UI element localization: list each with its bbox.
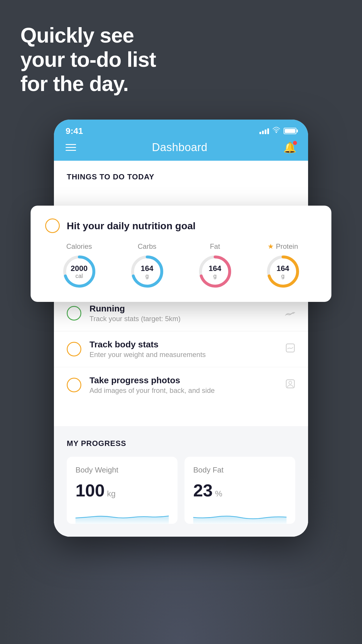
photos-title: Take progress photos [89, 375, 285, 385]
body-fat-card[interactable]: Body Fat 23 % [184, 457, 295, 524]
list-item[interactable]: Take progress photos Add images of your … [54, 367, 308, 403]
signal-bar-2 [262, 131, 264, 134]
body-fat-value-row: 23 % [193, 480, 287, 501]
running-text: Running Track your stats (target: 5km) [89, 304, 285, 323]
status-icons [259, 127, 296, 135]
hero-line3: for the day. [20, 72, 156, 96]
photos-text: Take progress photos Add images of your … [89, 375, 285, 395]
carbs-value-text: 164 g [141, 264, 153, 279]
scale-icon [285, 343, 295, 356]
body-weight-card[interactable]: Body Weight 100 kg [67, 457, 178, 524]
track-body-title: Track body stats [89, 340, 285, 349]
phone-mockup: 9:41 Dashboard 🔔 [54, 120, 308, 537]
fat-value-text: 164 g [209, 264, 221, 279]
notification-dot [293, 141, 297, 145]
signal-bars-icon [259, 128, 269, 134]
battery-icon [284, 128, 296, 134]
body-fat-unit: % [215, 489, 222, 498]
wifi-icon [273, 127, 280, 135]
progress-cards: Body Weight 100 kg [67, 457, 295, 524]
status-time: 9:41 [66, 126, 83, 136]
calories-donut: 2000 cal [62, 254, 97, 289]
status-bar: 9:41 [54, 120, 308, 137]
protein-donut: 164 g [266, 254, 301, 289]
body-weight-unit: kg [107, 489, 116, 498]
photos-checkbox[interactable] [67, 378, 81, 392]
body-weight-number: 100 [75, 480, 105, 501]
body-weight-value-row: 100 kg [75, 480, 169, 501]
hamburger-line-3 [66, 150, 76, 151]
body-fat-chart [193, 506, 287, 524]
nutrition-checkbox[interactable] [45, 218, 60, 233]
notification-bell-button[interactable]: 🔔 [283, 141, 296, 154]
protein-value-text: 164 g [277, 264, 289, 279]
spacer [54, 403, 308, 420]
protein-label: ★ Protein [268, 242, 298, 251]
nutrition-goal-card: Hit your daily nutrition goal Calories 2… [31, 206, 331, 302]
carbs-item: Carbs 164 g [130, 242, 165, 289]
photos-subtitle: Add images of your front, back, and side [89, 386, 285, 395]
fat-label: Fat [210, 242, 220, 251]
svg-point-2 [289, 381, 292, 384]
body-fat-number: 23 [193, 480, 213, 501]
battery-fill [285, 129, 295, 133]
track-body-text: Track body stats Enter your weight and m… [89, 340, 285, 359]
running-icon [285, 307, 295, 319]
signal-bar-1 [259, 132, 261, 134]
running-subtitle: Track your stats (target: 5km) [89, 315, 285, 323]
signal-bar-3 [265, 130, 266, 134]
hamburger-line-1 [66, 144, 76, 145]
star-icon: ★ [268, 242, 274, 251]
running-checkbox[interactable] [67, 306, 81, 321]
fat-item: Fat 164 g [198, 242, 233, 289]
hero-text: Quickly see your to-do list for the day. [20, 23, 156, 96]
track-body-checkbox[interactable] [67, 342, 81, 356]
calories-value-text: 2000 cal [71, 264, 88, 279]
calories-label: Calories [66, 242, 92, 251]
protein-item: ★ Protein 164 g [266, 242, 301, 289]
hero-line1: Quickly see [20, 23, 156, 48]
body-weight-chart [75, 506, 169, 524]
body-fat-title: Body Fat [193, 466, 287, 475]
hero-line2: your to-do list [20, 48, 156, 72]
track-body-subtitle: Enter your weight and measurements [89, 351, 285, 359]
things-to-do-header: THINGS TO DO TODAY [54, 161, 308, 187]
carbs-donut: 164 g [130, 254, 165, 289]
fat-donut: 164 g [198, 254, 233, 289]
list-item[interactable]: Track body stats Enter your weight and m… [54, 331, 308, 367]
body-weight-title: Body Weight [75, 466, 169, 475]
hamburger-menu-icon[interactable] [66, 144, 76, 151]
card-title-row: Hit your daily nutrition goal [45, 218, 317, 233]
signal-bar-4 [267, 128, 269, 134]
progress-section: MY PROGRESS Body Weight 100 kg [54, 426, 308, 537]
progress-header: MY PROGRESS [67, 439, 295, 448]
nutrition-circles-row: Calories 2000 cal Carbs [45, 242, 317, 289]
running-title: Running [89, 304, 285, 314]
nutrition-card-title: Hit your daily nutrition goal [67, 220, 196, 232]
person-icon [285, 379, 295, 391]
nav-title: Dashboard [152, 141, 207, 154]
nav-bar: Dashboard 🔔 [54, 137, 308, 161]
hamburger-line-2 [66, 147, 76, 148]
calories-item: Calories 2000 cal [62, 242, 97, 289]
carbs-label: Carbs [138, 242, 156, 251]
